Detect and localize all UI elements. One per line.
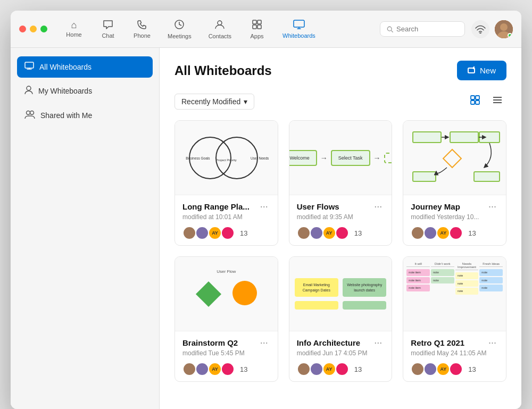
avatar-count: 13: [468, 365, 476, 373]
card-long-range[interactable]: Business Goals User Needs Project Priori…: [174, 120, 278, 246]
card-title: User Flows: [297, 202, 339, 211]
sidebar-my-label: My Whiteboards: [38, 87, 92, 95]
retro-note: note: [431, 277, 454, 284]
card-more-menu[interactable]: ···: [372, 202, 384, 211]
titlebar: ⌂ Home Chat Phone: [11, 11, 521, 48]
card-avatars: AY 13: [182, 362, 270, 376]
retro-col-3: Needs Improvement note note note: [455, 261, 479, 327]
flow-box-welcome: Welcome: [289, 150, 317, 166]
card-info-arch[interactable]: Email Marketing Campaign Dates Website p…: [289, 256, 393, 382]
nav-home[interactable]: ⌂ Home: [58, 17, 90, 41]
card-thumb-info: Email Marketing Campaign Dates Website p…: [289, 257, 392, 331]
nav-phone[interactable]: Phone: [126, 16, 158, 42]
filter-dropdown[interactable]: Recently Modified ▾: [174, 94, 254, 110]
retro-header-3: Needs Improvement: [455, 261, 479, 270]
card-more-menu[interactable]: ···: [372, 338, 384, 347]
avatar-pink: [449, 362, 463, 376]
chevron-down-icon: ▾: [244, 97, 247, 106]
nav-home-label: Home: [66, 31, 81, 38]
avatar-1: [411, 226, 425, 240]
new-whiteboard-button[interactable]: New: [457, 61, 506, 80]
retro-note: note: [479, 285, 503, 291]
card-avatars: AY 13: [297, 362, 385, 376]
nav-meetings[interactable]: Meetings: [160, 16, 199, 43]
card-more-menu[interactable]: ···: [486, 202, 498, 211]
card-more-menu[interactable]: ···: [486, 338, 498, 347]
contacts-icon: [214, 19, 225, 31]
svg-point-12: [27, 86, 31, 90]
retro-note: note: [455, 280, 479, 287]
info-box-2: Website photography launch dates: [343, 278, 386, 296]
filter-bar: Recently Modified ▾: [174, 93, 506, 110]
nav-chat[interactable]: Chat: [92, 16, 124, 42]
retro-note: note: [455, 288, 479, 295]
nav-chat-label: Chat: [102, 32, 114, 39]
retro-header-2: Didn't work: [431, 261, 454, 267]
sidebar: All Whiteboards My Whiteboards: [11, 48, 160, 409]
filter-label: Recently Modified: [181, 97, 240, 106]
svg-rect-3: [257, 20, 261, 24]
card-modified: modified at 10:01 AM: [182, 213, 270, 221]
avatar-1: [182, 362, 196, 376]
retro-col-1: It will note item note item note item: [406, 261, 430, 327]
nav-whiteboards[interactable]: Whiteboards: [275, 16, 323, 42]
flow-arrow-2: →: [373, 154, 381, 162]
svg-point-14: [30, 111, 34, 115]
info-box-3: [295, 301, 338, 310]
svg-rect-19: [476, 101, 479, 104]
nav-apps[interactable]: Apps: [241, 16, 273, 43]
card-modified: modified Tue 5:45 PM: [182, 349, 270, 357]
card-info-long-range: Long Range Pla... ··· modified at 10:01 …: [175, 195, 278, 245]
apps-icon: [252, 19, 262, 31]
retro-note: note: [479, 277, 503, 284]
avatar-2: [310, 226, 323, 240]
avatar-count: 13: [354, 365, 362, 373]
whiteboards-content: All Whiteboards New Recently Modified ▾: [160, 48, 521, 409]
card-brainstorm[interactable]: User Flow Brainstorm Q2 ··· modified Tue…: [174, 256, 278, 382]
maximize-button[interactable]: [40, 26, 47, 32]
grid-view-button[interactable]: [466, 93, 484, 110]
avatar-2: [195, 362, 209, 376]
brain-diamond: [196, 281, 221, 306]
nav-contacts[interactable]: Contacts: [201, 16, 239, 43]
header-icons: [471, 20, 513, 38]
avatar-1: [411, 362, 425, 376]
sidebar-item-my-whiteboards[interactable]: My Whiteboards: [17, 80, 153, 102]
svg-rect-16: [471, 96, 475, 99]
card-info-journey: Journey Map ··· modified Yesterday 10...…: [403, 195, 506, 245]
avatar-2: [423, 362, 437, 376]
whiteboards-icon: [293, 20, 305, 31]
svg-point-8: [480, 32, 481, 34]
card-retro[interactable]: It will note item note item note item Di…: [403, 256, 506, 382]
search-input[interactable]: [396, 25, 458, 33]
card-avatars: AY 13: [411, 362, 498, 376]
flow-arrow-1: →: [320, 154, 328, 162]
sidebar-item-all-whiteboards[interactable]: All Whiteboards: [17, 56, 153, 78]
card-more-menu[interactable]: ···: [258, 338, 270, 347]
info-box-4: [343, 301, 386, 310]
svg-point-1: [218, 21, 222, 25]
card-journey-map[interactable]: Journey Map ··· modified Yesterday 10...…: [403, 120, 506, 246]
avatar-pink: [335, 362, 349, 376]
card-user-flows[interactable]: Welcome → Select Task → User Flows ··· m…: [289, 120, 393, 246]
avatar-ay: AY: [436, 362, 450, 376]
avatar-pink: [221, 226, 235, 240]
all-whiteboards-icon: [24, 62, 34, 72]
card-thumb-map: [403, 121, 506, 195]
card-modified: modified Yesterday 10...: [411, 213, 498, 221]
nav-meetings-label: Meetings: [168, 33, 192, 39]
avatar[interactable]: [495, 20, 513, 38]
sidebar-item-shared[interactable]: Shared with Me: [17, 104, 153, 127]
close-button[interactable]: [19, 26, 26, 32]
retro-note: note item: [406, 277, 430, 284]
minimize-button[interactable]: [30, 26, 37, 32]
nav-contacts-label: Contacts: [209, 33, 231, 39]
retro-note: note item: [406, 269, 430, 276]
svg-rect-11: [25, 62, 34, 68]
card-more-menu[interactable]: ···: [258, 202, 270, 211]
nav-apps-label: Apps: [251, 33, 264, 39]
list-view-button[interactable]: [488, 94, 506, 109]
search-box[interactable]: [380, 21, 465, 37]
wifi-icon[interactable]: [471, 20, 489, 38]
retro-note: note item: [406, 285, 430, 291]
